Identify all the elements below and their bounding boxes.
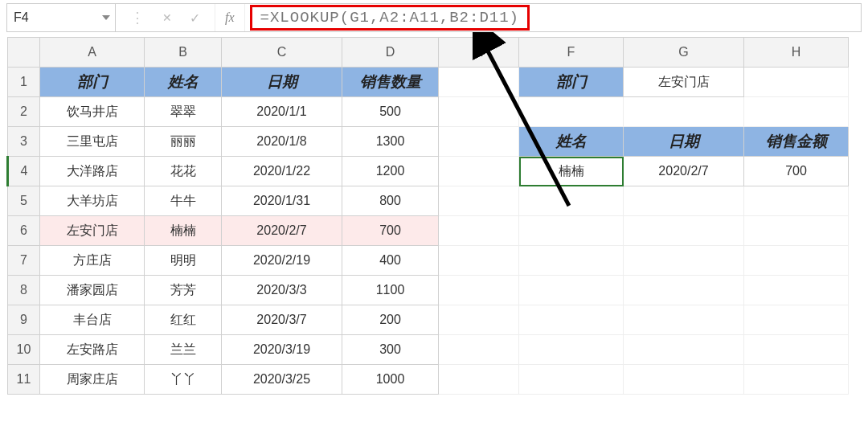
- cell-H8[interactable]: [744, 276, 849, 305]
- cell-F1[interactable]: 部门: [519, 68, 624, 97]
- row-header-9[interactable]: 9: [8, 305, 40, 335]
- cell-H5[interactable]: [744, 186, 849, 216]
- cell-C4[interactable]: 2020/1/22: [222, 157, 342, 186]
- cell-G3[interactable]: 日期: [624, 127, 744, 157]
- cell-F7[interactable]: [519, 246, 624, 276]
- row-header-5[interactable]: 5: [8, 186, 40, 216]
- cell-C1[interactable]: 日期: [222, 68, 342, 97]
- cell-C2[interactable]: 2020/1/1: [222, 97, 342, 127]
- row-header-6[interactable]: 6: [8, 216, 40, 246]
- cancel-icon[interactable]: ✕: [162, 11, 172, 24]
- cell-D5[interactable]: 800: [342, 186, 439, 216]
- cell-G2[interactable]: [624, 97, 744, 127]
- cell-A3[interactable]: 三里屯店: [40, 127, 145, 157]
- grid[interactable]: A B C D E F G H 1 部门 姓名 日期 销售数量 部门 左安门店 …: [6, 37, 849, 395]
- cell-C5[interactable]: 2020/1/31: [222, 186, 342, 216]
- col-header-C[interactable]: C: [222, 38, 342, 68]
- cell-A4[interactable]: 大洋路店: [40, 157, 145, 186]
- cell-B10[interactable]: 兰兰: [145, 335, 222, 365]
- row-header-1[interactable]: 1: [8, 68, 40, 97]
- cell-C6[interactable]: 2020/2/7: [222, 216, 342, 246]
- confirm-icon[interactable]: ✓: [190, 10, 200, 26]
- cell-D3[interactable]: 1300: [342, 127, 439, 157]
- cell-H10[interactable]: [744, 335, 849, 365]
- cell-E2[interactable]: [439, 97, 519, 127]
- col-header-A[interactable]: A: [40, 38, 145, 68]
- col-header-E[interactable]: E: [439, 38, 519, 68]
- cell-A9[interactable]: 丰台店: [40, 305, 145, 335]
- cell-B9[interactable]: 红红: [145, 305, 222, 335]
- cell-H7[interactable]: [744, 246, 849, 276]
- cell-E3[interactable]: [439, 127, 519, 157]
- col-header-B[interactable]: B: [145, 38, 222, 68]
- name-box[interactable]: F4: [7, 4, 116, 31]
- row-header-3[interactable]: 3: [8, 127, 40, 157]
- select-all-corner[interactable]: [8, 38, 40, 68]
- cell-B5[interactable]: 牛牛: [145, 186, 222, 216]
- col-header-D[interactable]: D: [342, 38, 439, 68]
- cell-A6[interactable]: 左安门店: [40, 216, 145, 246]
- cell-D11[interactable]: 1000: [342, 365, 439, 395]
- cell-F10[interactable]: [519, 335, 624, 365]
- cell-G8[interactable]: [624, 276, 744, 305]
- cell-F6[interactable]: [519, 216, 624, 246]
- row-header-2[interactable]: 2: [8, 97, 40, 127]
- cell-A1[interactable]: 部门: [40, 68, 145, 97]
- cell-H4[interactable]: 700: [744, 157, 849, 186]
- cell-D10[interactable]: 300: [342, 335, 439, 365]
- cell-D4[interactable]: 1200: [342, 157, 439, 186]
- cell-A8[interactable]: 潘家园店: [40, 276, 145, 305]
- cell-H2[interactable]: [744, 97, 849, 127]
- cell-G1[interactable]: 左安门店: [624, 68, 744, 97]
- cell-E6[interactable]: [439, 216, 519, 246]
- cell-B8[interactable]: 芳芳: [145, 276, 222, 305]
- cell-B7[interactable]: 明明: [145, 246, 222, 276]
- cell-E9[interactable]: [439, 305, 519, 335]
- cell-F3[interactable]: 姓名: [519, 127, 624, 157]
- cell-D7[interactable]: 400: [342, 246, 439, 276]
- col-header-H[interactable]: H: [744, 38, 849, 68]
- col-header-G[interactable]: G: [624, 38, 744, 68]
- cell-B6[interactable]: 楠楠: [145, 216, 222, 246]
- dropdown-icon[interactable]: [102, 15, 110, 20]
- cell-H1[interactable]: [744, 68, 849, 97]
- cell-G9[interactable]: [624, 305, 744, 335]
- cell-H6[interactable]: [744, 216, 849, 246]
- cell-F9[interactable]: [519, 305, 624, 335]
- cell-A5[interactable]: 大羊坊店: [40, 186, 145, 216]
- cell-D2[interactable]: 500: [342, 97, 439, 127]
- cell-A11[interactable]: 周家庄店: [40, 365, 145, 395]
- cell-C9[interactable]: 2020/3/7: [222, 305, 342, 335]
- row-header-8[interactable]: 8: [8, 276, 40, 305]
- col-header-F[interactable]: F: [519, 38, 624, 68]
- cell-B3[interactable]: 丽丽: [145, 127, 222, 157]
- cell-F11[interactable]: [519, 365, 624, 395]
- row-header-11[interactable]: 11: [8, 365, 40, 395]
- cell-D6[interactable]: 700: [342, 216, 439, 246]
- cell-B1[interactable]: 姓名: [145, 68, 222, 97]
- cell-C10[interactable]: 2020/3/19: [222, 335, 342, 365]
- cell-G6[interactable]: [624, 216, 744, 246]
- cell-G11[interactable]: [624, 365, 744, 395]
- cell-E7[interactable]: [439, 246, 519, 276]
- cell-A7[interactable]: 方庄店: [40, 246, 145, 276]
- cell-G7[interactable]: [624, 246, 744, 276]
- cell-A2[interactable]: 饮马井店: [40, 97, 145, 127]
- cell-E11[interactable]: [439, 365, 519, 395]
- cell-G10[interactable]: [624, 335, 744, 365]
- cell-H11[interactable]: [744, 365, 849, 395]
- cell-B11[interactable]: 丫丫: [145, 365, 222, 395]
- cell-F5[interactable]: [519, 186, 624, 216]
- cell-B2[interactable]: 翠翠: [145, 97, 222, 127]
- row-header-4[interactable]: 4: [8, 157, 40, 186]
- cell-D8[interactable]: 1100: [342, 276, 439, 305]
- formula-input[interactable]: =XLOOKUP(G1,A2:A11,B2:D11): [250, 5, 530, 31]
- cell-E10[interactable]: [439, 335, 519, 365]
- cell-E5[interactable]: [439, 186, 519, 216]
- cell-C3[interactable]: 2020/1/8: [222, 127, 342, 157]
- cell-F8[interactable]: [519, 276, 624, 305]
- cell-H3[interactable]: 销售金额: [744, 127, 849, 157]
- row-header-7[interactable]: 7: [8, 246, 40, 276]
- cell-A10[interactable]: 左安路店: [40, 335, 145, 365]
- cell-E1[interactable]: [439, 68, 519, 97]
